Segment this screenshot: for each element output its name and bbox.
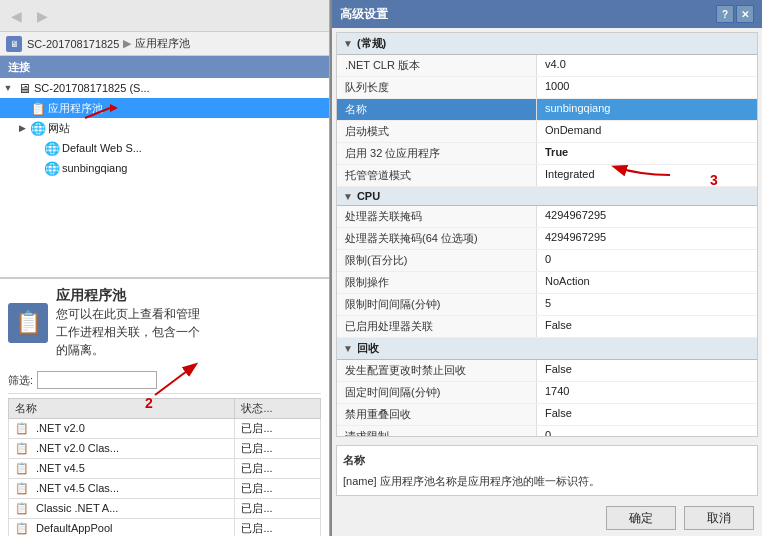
- sunbing-icon: 🌐: [44, 160, 60, 176]
- prop-name-label: 名称: [337, 99, 537, 120]
- sites-icon: 🌐: [30, 120, 46, 136]
- row-status-cell: 已启...: [235, 419, 321, 439]
- prop-32bit-value: True: [537, 143, 757, 164]
- prop-req-limit: 请求限制 0: [337, 426, 757, 437]
- row-status-cell: 已启...: [235, 479, 321, 499]
- cancel-button[interactable]: 取消: [684, 506, 754, 530]
- prop-queue-value: 1000: [537, 77, 757, 98]
- col-status: 状态...: [235, 399, 321, 419]
- row-status-cell: 已启...: [235, 519, 321, 537]
- defaultsite-icon: 🌐: [44, 140, 60, 156]
- row-icon: 📋: [15, 422, 29, 434]
- prop-affinity-mask64: 处理器关联掩码(64 位选项) 4294967295: [337, 228, 757, 250]
- tree-item-root[interactable]: ▼ 🖥 SC-201708171825 (S...: [0, 78, 329, 98]
- tree-label-defaultsite: Default Web S...: [62, 142, 142, 154]
- table-row[interactable]: 📋 .NET v4.5 Clas... 已启...: [9, 479, 321, 499]
- toolbar: ◀ ▶: [0, 0, 329, 32]
- prop-32bit-name: 启用 32 位应用程序: [337, 143, 537, 164]
- prop-req-limit-name: 请求限制: [337, 426, 537, 437]
- props-scroll[interactable]: ▼ (常规) .NET CLR 版本 v4.0 队列长度 1000 名称 sun…: [336, 32, 758, 437]
- breadcrumb: 🖥 SC-201708171825 ▶ 应用程序池: [0, 32, 329, 56]
- prop-limit-pct-name: 限制(百分比): [337, 250, 537, 271]
- breadcrumb-page: 应用程序池: [135, 36, 190, 51]
- ok-button[interactable]: 确定: [606, 506, 676, 530]
- row-icon: 📋: [15, 462, 29, 474]
- prop-no-recycle-value: False: [537, 360, 757, 381]
- tree-expand-apppools: [16, 102, 28, 114]
- breadcrumb-server[interactable]: SC-201708171825: [27, 38, 119, 50]
- tree-panel: ▼ 🖥 SC-201708171825 (S... 📋 应用程序池 ▶ 🌐 网站…: [0, 78, 329, 278]
- prop-queue-length: 队列长度 1000: [337, 77, 757, 99]
- content-main-icon: 📋: [8, 303, 48, 343]
- prop-pipeline-name: 托管管道模式: [337, 165, 537, 186]
- tree-item-sunbing[interactable]: 🌐 sunbingqiang: [0, 158, 329, 178]
- tree-label-root: SC-201708171825 (S...: [34, 82, 150, 94]
- tree-expand-sunbing: [30, 162, 42, 174]
- main-window: ◀ ▶ 🖥 SC-201708171825 ▶ 应用程序池 连接 ▼ 🖥 SC-…: [0, 0, 762, 536]
- tree-item-apppools[interactable]: 📋 应用程序池: [0, 98, 329, 118]
- row-icon: 📋: [15, 482, 29, 494]
- content-title-area: 📋 应用程序池 您可以在此页上查看和管理工作进程相关联，包含一个的隔离。: [8, 287, 321, 359]
- back-button[interactable]: ◀: [4, 4, 28, 28]
- props-area: ▼ (常规) .NET CLR 版本 v4.0 队列长度 1000 名称 sun…: [332, 28, 762, 536]
- table-row[interactable]: 📋 .NET v4.5 已启...: [9, 459, 321, 479]
- prop-no-recycle-name: 发生配置更改时禁止回收: [337, 360, 537, 381]
- tree-item-defaultsite[interactable]: 🌐 Default Web S...: [0, 138, 329, 158]
- tree-item-sites[interactable]: ▶ 🌐 网站: [0, 118, 329, 138]
- section-recycle-toggle: ▼: [343, 343, 353, 354]
- close-button[interactable]: ✕: [736, 5, 754, 23]
- section-cpu-header[interactable]: ▼ CPU: [337, 187, 757, 206]
- prop-req-limit-value: 0: [537, 426, 757, 437]
- forward-button[interactable]: ▶: [30, 4, 54, 28]
- row-status-cell: 已启...: [235, 439, 321, 459]
- prop-disable-overlap: 禁用重叠回收 False: [337, 404, 757, 426]
- dialog-title-text: 高级设置: [340, 6, 388, 23]
- content-main-title: 应用程序池: [56, 287, 200, 305]
- prop-startmode-name: 启动模式: [337, 121, 537, 142]
- prop-disable-overlap-name: 禁用重叠回收: [337, 404, 537, 425]
- section-general-header[interactable]: ▼ (常规): [337, 33, 757, 55]
- help-button[interactable]: ?: [716, 5, 734, 23]
- advanced-settings-dialog: 高级设置 ? ✕ ▼ (常规) .NET CLR 版本 v4.0 队列长度: [330, 0, 762, 536]
- dialog-title-bar: 高级设置 ? ✕: [332, 0, 762, 28]
- filter-input[interactable]: [37, 371, 157, 389]
- prop-limit-interval-name: 限制时间间隔(分钟): [337, 294, 537, 315]
- desc-text: [name] 应用程序池名称是应用程序池的唯一标识符。: [343, 473, 751, 490]
- prop-limit-pct: 限制(百分比) 0: [337, 250, 757, 272]
- table-row[interactable]: 📋 .NET v2.0 已启...: [9, 419, 321, 439]
- section-cpu-toggle: ▼: [343, 191, 353, 202]
- prop-affinity-value: 4294967295: [537, 206, 757, 227]
- connection-label: 连接: [8, 60, 30, 75]
- row-icon: 📋: [15, 502, 29, 514]
- server-icon: 🖥: [16, 80, 32, 96]
- section-general-label: (常规): [357, 36, 386, 51]
- col-name: 名称: [9, 399, 235, 419]
- row-name-cell: 📋 .NET v2.0: [9, 419, 235, 439]
- tree-expand-root: ▼: [2, 82, 14, 94]
- section-recycle-label: 回收: [357, 341, 379, 356]
- table-row[interactable]: 📋 .NET v2.0 Clas... 已启...: [9, 439, 321, 459]
- row-name-cell: 📋 .NET v4.5: [9, 459, 235, 479]
- table-row[interactable]: 📋 Classic .NET A... 已启...: [9, 499, 321, 519]
- content-area: 📋 应用程序池 您可以在此页上查看和管理工作进程相关联，包含一个的隔离。 筛选:…: [0, 278, 329, 536]
- prop-fixed-interval-value: 1740: [537, 382, 757, 403]
- table-row[interactable]: 📋 DefaultAppPool 已启...: [9, 519, 321, 537]
- prop-start-mode: 启动模式 OnDemand: [337, 121, 757, 143]
- prop-pipeline: 托管管道模式 Integrated: [337, 165, 757, 187]
- filter-label: 筛选:: [8, 373, 33, 388]
- row-status-cell: 已启...: [235, 459, 321, 479]
- prop-limit-interval: 限制时间间隔(分钟) 5: [337, 294, 757, 316]
- section-recycle-header[interactable]: ▼ 回收: [337, 338, 757, 360]
- prop-affinity64-name: 处理器关联掩码(64 位选项): [337, 228, 537, 249]
- dialog-buttons: 确定 取消: [332, 500, 762, 536]
- tree-expand-sites: ▶: [16, 122, 28, 134]
- desc-title: 名称: [343, 452, 751, 469]
- connection-header: 连接: [0, 56, 329, 78]
- prop-startmode-value: OnDemand: [537, 121, 757, 142]
- row-name-cell: 📋 DefaultAppPool: [9, 519, 235, 537]
- prop-clr-value: v4.0: [537, 55, 757, 76]
- row-status-cell: 已启...: [235, 499, 321, 519]
- prop-limit-interval-value: 5: [537, 294, 757, 315]
- prop-affinity64-value: 4294967295: [537, 228, 757, 249]
- row-icon: 📋: [15, 522, 29, 534]
